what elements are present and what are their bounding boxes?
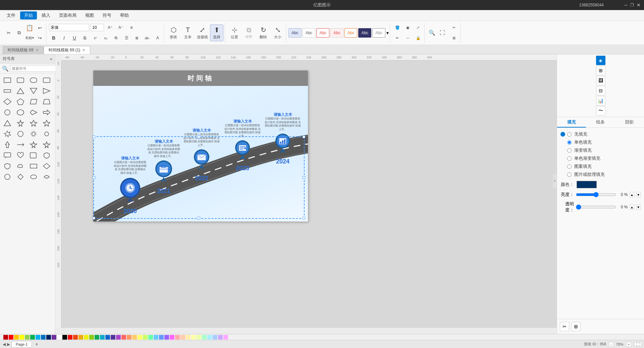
page-nav-left[interactable]: ◀ xyxy=(3,342,6,347)
shape-star-6p[interactable] xyxy=(2,129,13,139)
sidebar-collapse-btn[interactable]: « xyxy=(50,57,52,61)
connect-tool-btn[interactable]: ⤢ 连接线 xyxy=(196,24,209,41)
page-nav-right[interactable]: ▶ xyxy=(7,342,10,347)
fit-page-btn[interactable]: ⛶ xyxy=(634,342,641,347)
style-btn-3[interactable]: Abc xyxy=(316,28,329,38)
palette-color[interactable] xyxy=(223,335,228,340)
palette-color[interactable] xyxy=(186,335,191,340)
minimize-btn[interactable]: ─ xyxy=(624,2,628,8)
palette-color[interactable] xyxy=(218,335,223,340)
search-tool-btn[interactable]: 🔍 xyxy=(427,28,437,38)
shape-diamond3[interactable] xyxy=(15,172,26,182)
palette-color[interactable] xyxy=(14,335,19,340)
undo-btn[interactable]: ↩ xyxy=(35,23,45,33)
shape-rect-r2[interactable] xyxy=(28,76,39,85)
shape-shield[interactable] xyxy=(41,151,52,160)
canvas-content[interactable]: 时间轴 xyxy=(61,60,557,328)
shape-triangle-3[interactable] xyxy=(41,86,52,96)
cut-tool-btn[interactable]: ✂ xyxy=(449,23,459,32)
fill-none-radio[interactable] xyxy=(567,132,572,137)
palette-color[interactable] xyxy=(84,335,89,340)
shape-heart[interactable] xyxy=(15,151,26,160)
shape-speech[interactable] xyxy=(2,151,13,160)
tab-0[interactable]: 时间线模板 69 ✕ xyxy=(3,46,44,54)
right-bottom-cut[interactable]: ✂ xyxy=(560,322,569,331)
shape-arrow-r[interactable] xyxy=(41,108,52,117)
right-icon-5[interactable]: 📊 xyxy=(596,96,605,105)
shape-diamond2[interactable] xyxy=(41,161,52,171)
font-decrease-btn[interactable]: A⁻ xyxy=(116,23,125,32)
shape-trap[interactable] xyxy=(41,97,52,106)
brightness-down[interactable]: ▼ xyxy=(636,192,641,197)
tab-0-close[interactable]: ✕ xyxy=(36,48,39,52)
shape-star-outline2[interactable] xyxy=(41,140,52,149)
align-btn[interactable]: ≡ xyxy=(127,23,136,32)
palette-color[interactable] xyxy=(19,335,24,340)
shape-diamond[interactable] xyxy=(2,97,13,106)
font-size-input[interactable] xyxy=(91,24,104,31)
palette-color[interactable] xyxy=(52,335,56,340)
shape-rect[interactable] xyxy=(2,76,13,85)
palette-color[interactable] xyxy=(41,335,46,340)
shape-arrow-up[interactable] xyxy=(2,140,13,149)
palette-color[interactable] xyxy=(111,335,115,340)
shape-rect-single[interactable] xyxy=(28,161,39,171)
palette-color[interactable] xyxy=(46,335,51,340)
shape-cloud[interactable] xyxy=(15,161,26,171)
shape-star-8p[interactable] xyxy=(15,129,26,139)
shapes-tool-btn[interactable]: ⬡ 形状 xyxy=(167,24,180,41)
palette-color[interactable] xyxy=(132,335,137,340)
palette-color[interactable] xyxy=(3,335,8,340)
page-tab-1[interactable]: Page-1 xyxy=(11,341,32,348)
shape-circle2[interactable] xyxy=(2,172,13,182)
menu-insert[interactable]: 插入 xyxy=(38,11,54,19)
palette-color[interactable] xyxy=(116,335,121,340)
pin-2023[interactable]: 请输入文本 亿图图示是一款综合图形图表设计软件,支持绘制多种图表,无需绘图功能,… xyxy=(224,119,261,172)
right-icon-6[interactable]: 〜 xyxy=(596,106,605,115)
tab-fill[interactable]: 填充 xyxy=(557,117,586,128)
list-btn[interactable]: ☰ xyxy=(122,33,131,43)
pin-2020[interactable]: 请输入文本 亿图图示是一款综合图形图表设计软件,支持绘制多种图表,无需绘图功能,… xyxy=(113,156,147,215)
shape-circle[interactable] xyxy=(15,108,26,117)
palette-color[interactable] xyxy=(121,335,126,340)
font-increase-btn[interactable]: A⁺ xyxy=(105,23,115,32)
shape-pentagon[interactable] xyxy=(15,97,26,106)
shape-para2[interactable] xyxy=(28,108,39,117)
textcolor-btn[interactable]: A xyxy=(153,33,162,43)
shape-triangle-r[interactable] xyxy=(28,86,39,96)
fill-single-grad-radio[interactable] xyxy=(567,156,572,161)
paste-btn[interactable]: 📋 xyxy=(25,23,34,33)
tab-line[interactable]: 线条 xyxy=(586,117,615,128)
opacity-down[interactable]: ▼ xyxy=(636,204,641,210)
redo-btn[interactable]: ↪ xyxy=(35,33,45,43)
subscript-btn[interactable]: x₂ xyxy=(101,33,110,43)
canvas-page[interactable]: 时间轴 xyxy=(93,70,308,221)
menu-view[interactable]: 视图 xyxy=(81,11,98,19)
palette-color[interactable] xyxy=(89,335,94,340)
pin-2021[interactable]: 请输入文本 亿图图示是一款综合图形图表设计软件,支持绘制多种图表,无需绘图功能,… xyxy=(147,139,180,195)
shape-triangle[interactable] xyxy=(15,86,26,96)
fullscreen-btn[interactable]: ⛶ xyxy=(438,28,447,38)
right-icon-3[interactable]: 🖼 xyxy=(596,76,605,85)
right-icon-2[interactable]: ⊞ xyxy=(596,66,605,75)
color-swatch[interactable] xyxy=(577,181,597,188)
shape-star6[interactable] xyxy=(15,118,26,128)
palette-color[interactable] xyxy=(202,335,207,340)
italic-btn[interactable]: I xyxy=(59,33,69,43)
palette-color[interactable] xyxy=(180,335,185,340)
shape-shield2[interactable] xyxy=(2,161,13,171)
tab-1-close[interactable]: ✕ xyxy=(82,48,85,52)
bold-btn[interactable]: B xyxy=(49,33,58,43)
abformat-btn[interactable]: ab- xyxy=(143,33,152,43)
palette-color[interactable] xyxy=(25,335,30,340)
size-btn[interactable]: ⤡ 大小 xyxy=(271,24,284,41)
align-h-btn[interactable]: ⧉ 对齐 xyxy=(242,24,256,41)
shape-square-r[interactable] xyxy=(28,151,39,160)
shape-rect-r3[interactable] xyxy=(41,76,52,85)
canvas-area[interactable]: -80 -60 -40 -20 0 20 40 60 80 100 120 14… xyxy=(55,54,557,334)
fill-texture-radio[interactable] xyxy=(567,172,572,177)
fill-color-btn[interactable]: 🪣 xyxy=(393,23,402,32)
menu-symbol[interactable]: 符号 xyxy=(99,11,115,19)
select-tool-btn[interactable]: ⬆ 选择 xyxy=(210,24,223,41)
cut-btn[interactable]: ✂ xyxy=(4,28,13,38)
